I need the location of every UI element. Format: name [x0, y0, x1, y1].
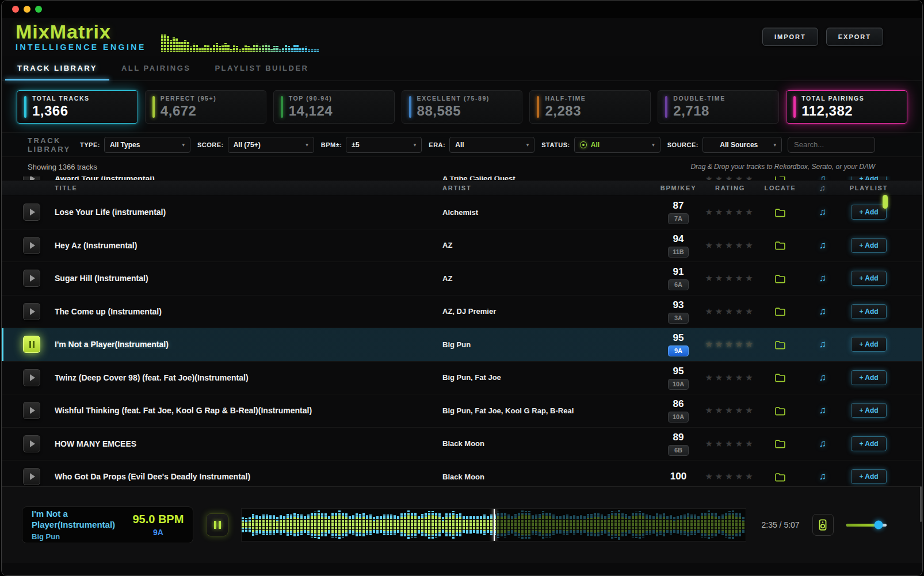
add-to-playlist-button[interactable]: + Add [851, 337, 887, 352]
locate-cell[interactable] [774, 340, 786, 350]
track-row[interactable]: Wishful Thinking (feat. Fat Joe, Kool G … [2, 394, 922, 428]
folder-icon[interactable] [774, 439, 786, 448]
add-to-playlist-button[interactable]: + Add [851, 271, 887, 286]
music-note-icon[interactable]: ♫ [819, 176, 827, 180]
play-track-button[interactable] [23, 402, 40, 419]
window-scrollbar[interactable] [920, 486, 922, 522]
volume-slider[interactable] [846, 524, 887, 527]
play-track-button[interactable] [23, 369, 40, 386]
locate-cell[interactable] [774, 176, 786, 180]
play-track-button[interactable] [23, 468, 40, 485]
locate-cell[interactable] [774, 439, 786, 448]
rating-stars[interactable]: ★★★★★ [705, 405, 755, 415]
folder-icon[interactable] [774, 274, 786, 283]
add-to-playlist-button[interactable]: + Add [851, 370, 887, 385]
rating-stars[interactable]: ★★★★★ [705, 207, 755, 217]
pause-track-button[interactable] [23, 336, 40, 353]
player-pause-button[interactable] [206, 513, 228, 536]
track-row[interactable]: The Come up (Instrumental)AZ, DJ Premier… [2, 295, 922, 329]
folder-icon[interactable] [774, 176, 786, 180]
music-note-icon[interactable]: ♫ [819, 339, 827, 350]
rating-stars[interactable]: ★★★★★ [705, 240, 755, 250]
locate-cell[interactable] [774, 306, 786, 316]
add-to-playlist-button[interactable]: + Add [851, 238, 887, 253]
track-row[interactable]: Twinz (Deep Cover 98) (feat. Fat Joe)(In… [2, 362, 922, 395]
stat-card-total-tracks[interactable]: TOTAL TRACKS1,366 [17, 90, 138, 124]
locate-cell[interactable] [774, 373, 786, 382]
tab-playlist-builder[interactable]: PLAYLIST BUILDER [203, 56, 320, 80]
add-to-playlist-button[interactable]: + Add [851, 304, 887, 319]
search-input[interactable] [788, 137, 875, 153]
filter-select-status[interactable]: All▾ [574, 137, 660, 153]
play-track-button[interactable] [23, 203, 40, 221]
add-to-playlist-button[interactable]: + Add [851, 403, 887, 418]
music-note-icon[interactable]: ♫ [819, 372, 827, 383]
close-window-button[interactable] [12, 6, 19, 13]
music-note-icon[interactable]: ♫ [819, 240, 827, 251]
filter-select-type[interactable]: All Types▾ [104, 137, 190, 153]
play-track-button[interactable] [23, 303, 40, 320]
rating-stars[interactable]: ★★★★★ [705, 373, 755, 382]
folder-icon[interactable] [774, 240, 786, 250]
track-row[interactable]: Lose Your Life (instrumental)Alchemist87… [2, 196, 922, 229]
import-button[interactable]: IMPORT [762, 28, 818, 46]
rating-stars[interactable]: ★★★★★ [705, 273, 755, 283]
zoom-window-button[interactable] [35, 6, 42, 13]
locate-cell[interactable] [774, 208, 786, 217]
volume-thumb[interactable] [874, 521, 883, 529]
locate-cell[interactable] [774, 472, 786, 482]
rating-stars[interactable]: ★★★★★ [705, 471, 755, 481]
filter-select-source[interactable]: All Sources▾ [702, 137, 782, 153]
play-track-button[interactable] [23, 237, 40, 254]
stat-card-excellent-75-89[interactable]: EXCELLENT (75-89)88,585 [402, 90, 523, 124]
waveform-scrubber[interactable] [241, 508, 746, 542]
stat-card-double-time[interactable]: DOUBLE-TIME2,718 [658, 90, 779, 124]
rating-stars[interactable]: ★★★★★ [705, 306, 755, 316]
rating-stars[interactable]: ★★★★★ [705, 439, 755, 448]
folder-icon[interactable] [774, 406, 786, 416]
rating-stars[interactable]: ★★★★★ [705, 176, 755, 180]
filter-select-era[interactable]: All▾ [449, 137, 534, 153]
track-row[interactable]: HOW MANY EMCEESBlack Moon896B★★★★★♫+ Add [2, 428, 922, 461]
track-row[interactable]: Sugar Hill (Instrumental)AZ916A★★★★★♫+ A… [2, 262, 922, 295]
add-to-playlist-button[interactable]: + Add [851, 176, 887, 180]
locate-cell[interactable] [774, 240, 786, 250]
table-scrollbar-thumb[interactable] [883, 195, 888, 209]
stat-card-half-time[interactable]: HALF-TIME2,283 [529, 90, 651, 124]
track-row[interactable]: I'm Not a Player(Instrumental)Big Pun959… [2, 328, 922, 362]
minimize-window-button[interactable] [24, 6, 30, 13]
add-to-playlist-button[interactable]: + Add [851, 436, 887, 451]
track-row[interactable]: Who Got Da Props (Evil Dee's Deadly Inst… [2, 460, 922, 486]
track-row[interactable]: Hey Az (Instrumental)AZ9411B★★★★★♫+ Add [2, 229, 922, 263]
tab-all-pairings[interactable]: ALL PAIRINGS [109, 56, 203, 80]
speaker-button[interactable] [812, 514, 834, 536]
stat-card-perfect-95[interactable]: PERFECT (95+)4,672 [145, 90, 266, 124]
folder-icon[interactable] [774, 306, 786, 316]
add-to-playlist-button[interactable]: + Add [851, 469, 887, 484]
music-note-icon[interactable]: ♫ [819, 206, 827, 217]
folder-icon[interactable] [774, 340, 786, 350]
music-note-icon[interactable]: ♫ [819, 306, 827, 317]
play-track-button[interactable] [23, 435, 40, 452]
track-row[interactable]: Award Tour (Instrumental)A Tribe Called … [2, 176, 922, 180]
filter-select-bpm[interactable]: ±5▾ [346, 137, 422, 153]
locate-cell[interactable] [774, 406, 786, 416]
folder-icon[interactable] [774, 373, 786, 382]
music-note-icon[interactable]: ♫ [819, 272, 827, 283]
folder-icon[interactable] [774, 472, 786, 482]
music-note-icon[interactable]: ♫ [819, 438, 827, 449]
rating-stars[interactable]: ★★★★★ [705, 339, 755, 349]
tab-track-library[interactable]: TRACK LIBRARY [5, 56, 109, 80]
locate-cell[interactable] [774, 274, 786, 283]
music-note-icon[interactable]: ♫ [819, 405, 827, 416]
folder-icon[interactable] [774, 208, 786, 217]
stat-card-top-90-94[interactable]: TOP (90-94)14,124 [273, 90, 395, 124]
play-track-button[interactable] [23, 270, 40, 287]
music-note-icon[interactable]: ♫ [819, 471, 827, 482]
filter-select-score[interactable]: All (75+)▾ [228, 137, 314, 153]
stat-card-total-pairings[interactable]: TOTAL PAIRINGS112,382 [786, 90, 907, 124]
export-button[interactable]: EXPORT [826, 28, 883, 46]
playhead[interactable] [494, 508, 495, 542]
add-to-playlist-button[interactable]: + Add [851, 205, 887, 220]
play-track-button[interactable] [23, 176, 40, 180]
